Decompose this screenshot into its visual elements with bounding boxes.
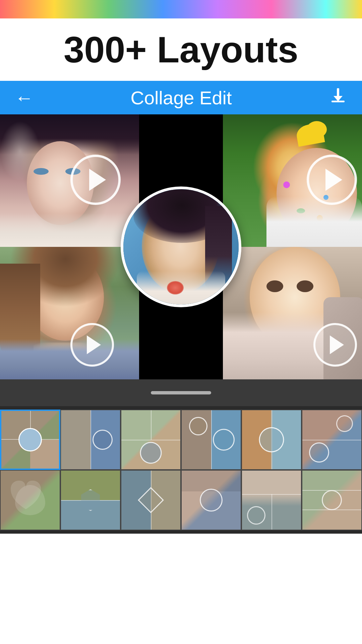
layout-thumb-2[interactable]: [60, 410, 121, 470]
collage-photo-center: [121, 186, 241, 307]
layout-picker: [0, 406, 362, 534]
layout-thumb-10[interactable]: [181, 470, 241, 530]
layout-row-2: [0, 470, 362, 530]
layout-thumb-6[interactable]: [302, 410, 362, 470]
download-button[interactable]: [329, 87, 347, 109]
play-button-top-left[interactable]: [70, 155, 121, 205]
rainbow-decoration-bar: [0, 0, 362, 18]
bottom-sheet-handle[interactable]: [0, 379, 362, 406]
layout-thumb-8[interactable]: [60, 470, 121, 530]
play-button-top-right[interactable]: [307, 155, 357, 205]
title-section: 300+ Layouts: [0, 18, 362, 81]
layout-thumb-11[interactable]: [241, 470, 302, 530]
play-button-bottom-right[interactable]: [313, 323, 357, 367]
layout-row-1: [0, 410, 362, 470]
layout-thumb-5[interactable]: [241, 410, 302, 470]
collage-photo-bottom-left: [0, 247, 139, 379]
layout-thumb-1[interactable]: [0, 410, 60, 470]
layout-thumb-3[interactable]: [121, 410, 181, 470]
header-title: Collage Edit: [131, 87, 232, 109]
collage-area: [0, 114, 362, 379]
play-button-bottom-left[interactable]: [70, 323, 114, 367]
layout-thumb-7[interactable]: [0, 470, 60, 530]
header-bar: ← Collage Edit: [0, 81, 362, 114]
layout-thumb-9[interactable]: [121, 470, 181, 530]
drag-handle: [151, 391, 211, 394]
layout-thumb-4[interactable]: [181, 410, 241, 470]
back-button[interactable]: ←: [15, 87, 34, 109]
layout-thumb-12[interactable]: [302, 470, 362, 530]
page-title: 300+ Layouts: [7, 31, 355, 68]
